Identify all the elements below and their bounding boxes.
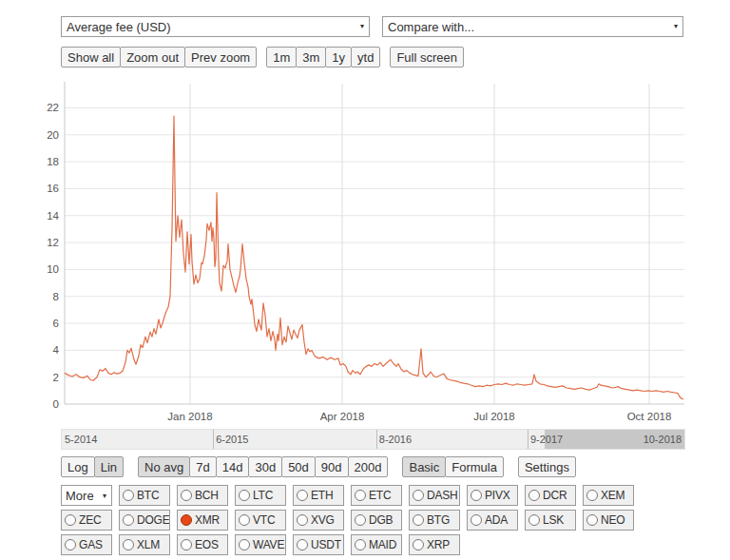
coin-radio-xem[interactable]: XEM xyxy=(583,485,634,506)
coin-grid: More▾BTCBCHLTCETHETCDASHPIVXDCRXEMZECDOG… xyxy=(61,485,634,555)
toolbar-bottom: LogLinNo avg7d14d30d50d90d200dBasicFormu… xyxy=(61,456,576,477)
more-coins-select[interactable]: More▾ xyxy=(61,485,112,506)
coin-radio-lsk[interactable]: LSK xyxy=(525,510,576,531)
formula-button[interactable]: Formula xyxy=(445,456,504,477)
button-group: Full screen xyxy=(390,47,464,68)
radio-icon xyxy=(528,490,540,501)
zoom-out-button[interactable]: Zoom out xyxy=(120,47,185,68)
button-group: BasicFormula xyxy=(402,456,503,477)
coin-radio-dash[interactable]: DASH xyxy=(409,485,460,506)
radio-selected-icon xyxy=(181,514,192,526)
coin-radio-eos[interactable]: EOS xyxy=(177,534,228,555)
fee-chart[interactable]: 0246810121416182022Jan 2018Apr 2018Jul 2… xyxy=(0,82,730,430)
radio-icon xyxy=(586,490,598,501)
axis-label: 22 xyxy=(47,102,59,113)
show-all-button[interactable]: Show all xyxy=(61,47,121,68)
axis-label: 4 xyxy=(53,344,60,356)
ytd-button[interactable]: ytd xyxy=(351,47,380,68)
navigator-tick xyxy=(376,430,377,449)
7d-button[interactable]: 7d xyxy=(189,456,216,477)
coin-radio-btc[interactable]: BTC xyxy=(119,485,170,506)
prev-zoom-button[interactable]: Prev zoom xyxy=(184,47,257,68)
radio-icon xyxy=(471,514,482,526)
coin-radio-etc[interactable]: ETC xyxy=(351,485,402,506)
metric-select[interactable]: Average fee (USD) ▾ xyxy=(61,16,370,37)
coin-radio-pivx[interactable]: PIVX xyxy=(467,485,518,506)
coin-label: LSK xyxy=(543,513,564,527)
radio-icon xyxy=(123,514,134,526)
coin-radio-waves[interactable]: WAVES xyxy=(235,534,286,555)
coin-radio-xlm[interactable]: XLM xyxy=(119,534,170,555)
1m-button[interactable]: 1m xyxy=(266,47,297,68)
coin-label: WAVES xyxy=(253,538,286,551)
navigator-label: 9-2017 xyxy=(530,430,563,449)
50d-button[interactable]: 50d xyxy=(281,456,316,477)
coin-radio-neo[interactable]: NEO xyxy=(583,510,634,531)
coin-radio-zec[interactable]: ZEC xyxy=(61,510,112,531)
button-group: 1m3m1yytd xyxy=(266,47,380,68)
axis-label: 16 xyxy=(47,183,59,194)
no-avg-button[interactable]: No avg xyxy=(138,456,190,477)
coin-radio-ltc[interactable]: LTC xyxy=(235,485,286,506)
axis-label: 0 xyxy=(53,398,59,410)
1y-button[interactable]: 1y xyxy=(325,47,352,68)
coin-label: BCH xyxy=(195,489,219,502)
coin-radio-usdt[interactable]: USDT xyxy=(293,534,344,555)
coin-label: DCR xyxy=(543,489,567,502)
axis-label: Apr 2018 xyxy=(320,411,365,422)
compare-select[interactable]: Compare with... ▾ xyxy=(382,16,683,37)
coin-radio-dgb[interactable]: DGB xyxy=(351,510,402,531)
30d-button[interactable]: 30d xyxy=(248,456,282,477)
90d-button[interactable]: 90d xyxy=(315,456,349,477)
axis-label: Jul 2018 xyxy=(473,411,514,422)
coin-label: XMR xyxy=(195,513,220,527)
settings-button[interactable]: Settings xyxy=(518,456,576,477)
log-button[interactable]: Log xyxy=(61,456,95,477)
200d-button[interactable]: 200d xyxy=(348,456,389,477)
coin-label: LTC xyxy=(253,489,273,502)
radio-icon xyxy=(413,539,424,550)
metric-select-value: Average fee (USD) xyxy=(67,20,171,34)
coin-label: XLM xyxy=(137,538,160,551)
axis-label: 14 xyxy=(47,210,59,222)
coin-radio-gas[interactable]: GAS xyxy=(61,534,112,555)
coin-radio-maid[interactable]: MAID xyxy=(351,534,402,555)
coin-radio-xmr[interactable]: XMR xyxy=(177,510,228,531)
14d-button[interactable]: 14d xyxy=(216,456,250,477)
toolbar-top: Show allZoom outPrev zoom1m3m1yytdFull s… xyxy=(61,47,464,68)
coin-radio-bch[interactable]: BCH xyxy=(177,485,228,506)
coin-radio-btg[interactable]: BTG xyxy=(409,510,460,531)
coin-label: ETC xyxy=(369,489,391,502)
compare-select-value: Compare with... xyxy=(388,20,474,34)
coin-radio-vtc[interactable]: VTC xyxy=(235,510,286,531)
coin-radio-doge[interactable]: DOGE xyxy=(119,510,170,531)
coin-label: ADA xyxy=(485,513,508,527)
coin-label: GAS xyxy=(79,538,103,551)
coin-radio-eth[interactable]: ETH xyxy=(293,485,344,506)
button-group: Show allZoom outPrev zoom xyxy=(61,47,257,68)
radio-icon xyxy=(297,539,308,550)
chevron-down-icon: ▾ xyxy=(674,23,678,30)
crypto-chart-page: Average fee (USD) ▾ Compare with... ▾ Sh… xyxy=(0,0,730,560)
coin-label: USDT xyxy=(311,538,341,551)
chart-svg[interactable]: 0246810121416182022Jan 2018Apr 2018Jul 2… xyxy=(0,82,730,430)
3m-button[interactable]: 3m xyxy=(296,47,326,68)
basic-button[interactable]: Basic xyxy=(402,456,446,477)
chevron-down-icon: ▾ xyxy=(360,23,364,30)
navigator-label: 5-2014 xyxy=(65,430,97,449)
axis-label: Jan 2018 xyxy=(167,411,212,422)
lin-button[interactable]: Lin xyxy=(94,456,124,477)
coin-radio-ada[interactable]: ADA xyxy=(467,510,518,531)
coin-radio-dcr[interactable]: DCR xyxy=(525,485,576,506)
radio-icon xyxy=(123,490,134,501)
navigator-label: 8-2016 xyxy=(379,430,412,449)
coin-radio-xrp[interactable]: XRP xyxy=(409,534,460,555)
coin-label: ZEC xyxy=(79,513,101,527)
radio-icon xyxy=(471,490,482,501)
range-navigator[interactable]: 5-20146-20158-20169-201710-2018 xyxy=(61,429,685,450)
full-screen-button[interactable]: Full screen xyxy=(390,47,464,68)
button-group: LogLin xyxy=(61,456,124,477)
axis-label: 12 xyxy=(47,237,59,248)
fee-line-series xyxy=(65,116,683,399)
coin-radio-xvg[interactable]: XVG xyxy=(293,510,344,531)
